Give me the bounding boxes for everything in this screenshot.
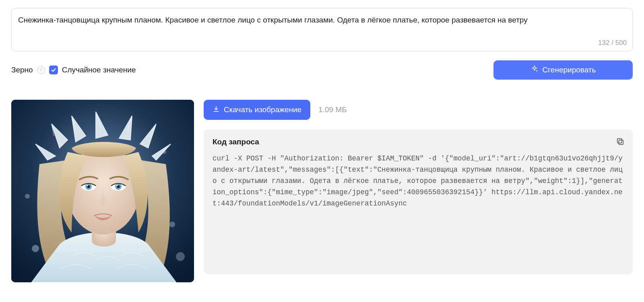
request-code-panel: Код запроса curl -X POST -H "Authorizati… xyxy=(204,129,633,274)
copy-icon xyxy=(616,141,625,147)
svg-point-14 xyxy=(87,185,88,186)
download-button[interactable]: Скачать изображение xyxy=(204,100,310,120)
download-button-label: Скачать изображение xyxy=(224,105,301,114)
svg-point-15 xyxy=(116,185,118,186)
seed-label: Зерно xyxy=(11,66,33,74)
seed-group: Зерно ? Случайное значение xyxy=(11,66,136,74)
generate-button[interactable]: Сгенерировать xyxy=(493,60,633,80)
svg-point-4 xyxy=(25,194,30,199)
svg-rect-21 xyxy=(619,140,623,144)
controls-row: Зерно ? Случайное значение Сгенерировать xyxy=(11,60,633,80)
download-icon xyxy=(213,105,220,115)
file-size: 1.09 МБ xyxy=(318,105,347,114)
char-count: 132 / 500 xyxy=(598,39,627,47)
prompt-textarea[interactable]: Снежинка-танцовщица крупным планом. Крас… xyxy=(18,15,626,26)
svg-point-3 xyxy=(176,252,185,261)
right-column: Скачать изображение 1.09 МБ Код запроса … xyxy=(204,100,633,274)
download-row: Скачать изображение 1.09 МБ xyxy=(204,100,633,120)
code-title: Код запроса xyxy=(213,138,624,146)
results-row: Скачать изображение 1.09 МБ Код запроса … xyxy=(11,100,633,282)
svg-rect-22 xyxy=(617,138,622,143)
seed-random-checkbox[interactable] xyxy=(49,66,58,74)
generate-button-label: Сгенерировать xyxy=(543,66,596,74)
code-content[interactable]: curl -X POST -H "Authorization: Bearer $… xyxy=(213,153,624,209)
prompt-textarea-container: Снежинка-танцовщица крупным планом. Крас… xyxy=(11,8,633,51)
seed-random-label: Случайное значение xyxy=(62,66,136,74)
svg-point-2 xyxy=(169,222,175,227)
copy-code-button[interactable] xyxy=(615,137,625,147)
svg-point-1 xyxy=(32,245,39,252)
generated-image[interactable] xyxy=(11,100,194,282)
help-icon[interactable]: ? xyxy=(37,66,45,74)
sparkle-icon xyxy=(530,65,539,75)
